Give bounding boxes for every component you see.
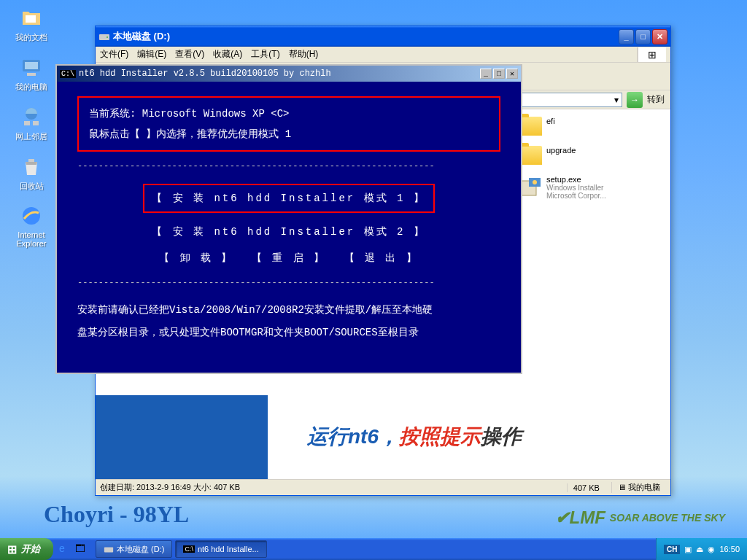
svg-point-14 <box>533 180 537 184</box>
desktop-label: Internet Explorer <box>6 230 57 248</box>
computer-icon: 🖥 <box>618 483 626 491</box>
close-button[interactable]: ✕ <box>506 69 518 79</box>
documents-icon <box>20 6 43 29</box>
drive-icon <box>104 544 114 554</box>
desktop-ie[interactable]: Internet Explorer <box>6 204 57 248</box>
installer-title: nt6 hdd Installer v2.8.5 build20100105 b… <box>79 69 479 79</box>
uninstall-button[interactable]: 【 卸 载 】 <box>153 249 239 267</box>
file-setup-exe[interactable]: setup.exe Windows Installer Microsoft Co… <box>519 175 657 200</box>
desktop-recycle-bin[interactable]: 回收站 <box>6 155 57 192</box>
taskbar-item-installer[interactable]: C:\ nt6 hdd Installe... <box>175 540 266 558</box>
desktop-label: 网上邻居 <box>6 131 57 142</box>
ylmf-logo-icon: ✔LMF <box>555 508 605 528</box>
system-tray: CH ▣ ⏏ ◉ 16:50 <box>656 538 747 560</box>
cmd-icon: C:\ <box>183 545 195 553</box>
explorer-menubar: 文件(F) 编辑(E) 查看(V) 收藏(A) 工具(T) 帮助(H) ⊞ <box>96 47 670 63</box>
status-info: 创建日期: 2013-2-9 16:49 大小: 407 KB <box>100 482 240 493</box>
svg-rect-7 <box>28 159 34 162</box>
maximize-button[interactable]: □ <box>635 29 651 44</box>
reboot-button[interactable]: 【 重 启 】 <box>246 249 332 267</box>
go-label: 转到 <box>647 93 665 106</box>
installer-note: 安装前请确认已经把Vista/2008/Win7/2008R2安装文件提取/解压… <box>77 299 500 344</box>
install-mode-2-button[interactable]: 【 安 装 nt6 hdd Installer 模式 2 】 <box>144 219 433 245</box>
taskbar-item-explorer[interactable]: 本地磁盘 (D:) <box>96 540 172 558</box>
menu-favorites[interactable]: 收藏(A) <box>213 48 242 61</box>
svg-rect-15 <box>104 547 113 552</box>
menu-view[interactable]: 查看(V) <box>175 48 204 61</box>
svg-rect-5 <box>24 121 30 125</box>
svg-point-8 <box>23 207 40 225</box>
desktop-my-computer[interactable]: 我的电脑 <box>6 55 57 93</box>
folder-upgrade[interactable]: upgrade <box>519 146 657 165</box>
banner-text: 运行nt6，按照提示操作 <box>307 423 522 451</box>
exit-button[interactable]: 【 退 出 】 <box>338 249 425 267</box>
ie-icon <box>20 204 43 228</box>
taskbar: ⊞ 开始 e 🗔 本地磁盘 (D:) C:\ nt6 hdd Installe.… <box>0 538 747 560</box>
explorer-titlebar[interactable]: 本地磁盘 (D:) _ □ ✕ <box>96 26 670 47</box>
explorer-title: 本地磁盘 (D:) <box>113 30 619 43</box>
minimize-button[interactable]: _ <box>480 69 492 79</box>
desktop-my-documents[interactable]: 我的文档 <box>6 6 57 43</box>
tray-safe-remove-icon[interactable]: ⏏ <box>696 545 703 554</box>
ie-icon[interactable]: e <box>59 542 72 556</box>
installer-window: C:\ nt6 hdd Installer v2.8.5 build201001… <box>55 64 522 374</box>
current-system: 当前系统: Microsoft Windows XP <C> <box>89 104 489 124</box>
desktop-label: 我的文档 <box>6 32 57 43</box>
installer-options: 【 安 装 nt6 hdd Installer 模式 1 】 【 安 装 nt6… <box>77 181 500 268</box>
instruction-banner: 运行nt6，按照提示操作 <box>96 395 670 479</box>
desktop-label: 我的电脑 <box>6 82 57 93</box>
tray-clock[interactable]: 16:50 <box>719 545 740 553</box>
language-indicator[interactable]: CH <box>664 545 680 554</box>
watermark-choyri: Choyri - 98YL <box>44 501 189 528</box>
instruction-text: 鼠标点击【 】内选择，推荐优先使用模式 1 <box>89 124 489 144</box>
show-desktop-icon[interactable]: 🗔 <box>75 542 88 556</box>
status-location: 🖥 我的电脑 <box>611 482 666 493</box>
tray-disk-icon[interactable]: ◉ <box>708 545 715 554</box>
explorer-statusbar: 创建日期: 2013-2-9 16:49 大小: 407 KB 407 KB 🖥… <box>96 479 670 495</box>
installer-titlebar[interactable]: C:\ nt6 hdd Installer v2.8.5 build201001… <box>57 66 521 82</box>
xp-flag-icon: ⊞ <box>637 47 666 62</box>
tray-vm-icon[interactable]: ▣ <box>684 545 692 554</box>
computer-icon <box>20 55 43 79</box>
network-icon <box>20 105 43 128</box>
install-mode-1-button[interactable]: 【 安 装 nt6 hdd Installer 模式 1 】 <box>143 184 435 213</box>
drive-icon <box>98 31 110 42</box>
folder-efi[interactable]: efi <box>519 117 657 136</box>
svg-rect-2 <box>25 62 38 69</box>
go-button[interactable]: → <box>627 92 643 108</box>
watermark-ylmf: ✔LMF SOAR ABOVE THE SKY <box>555 508 725 528</box>
dropdown-icon[interactable]: ▾ <box>614 95 619 105</box>
svg-point-10 <box>107 36 108 38</box>
quick-launch: e 🗔 <box>53 542 94 556</box>
desktop-label: 回收站 <box>6 181 57 192</box>
separator: ----------------------------------------… <box>77 158 500 175</box>
separator: ----------------------------------------… <box>77 274 500 292</box>
svg-rect-0 <box>26 15 36 23</box>
close-button[interactable]: ✕ <box>652 29 667 44</box>
start-button[interactable]: ⊞ 开始 <box>0 538 53 560</box>
menu-tools[interactable]: 工具(T) <box>251 48 279 61</box>
menu-edit[interactable]: 编辑(E) <box>137 48 166 61</box>
installer-body: 当前系统: Microsoft Windows XP <C> 鼠标点击【 】内选… <box>57 82 521 373</box>
status-size: 407 KB <box>567 483 605 492</box>
cmd-icon: C:\ <box>60 70 76 78</box>
file-list: efi upgrade setup.exe Windows Installer … <box>519 117 657 200</box>
maximize-button[interactable]: □ <box>493 69 505 79</box>
recycle-bin-icon <box>20 155 43 178</box>
minimize-button[interactable]: _ <box>619 29 634 44</box>
svg-rect-3 <box>27 73 36 76</box>
menu-help[interactable]: 帮助(H) <box>289 48 319 61</box>
menu-file[interactable]: 文件(F) <box>100 48 128 61</box>
windows-flag-icon: ⊞ <box>7 542 17 556</box>
svg-rect-6 <box>33 121 39 125</box>
system-info-box: 当前系统: Microsoft Windows XP <C> 鼠标点击【 】内选… <box>77 96 500 152</box>
desktop-network[interactable]: 网上邻居 <box>6 105 57 142</box>
